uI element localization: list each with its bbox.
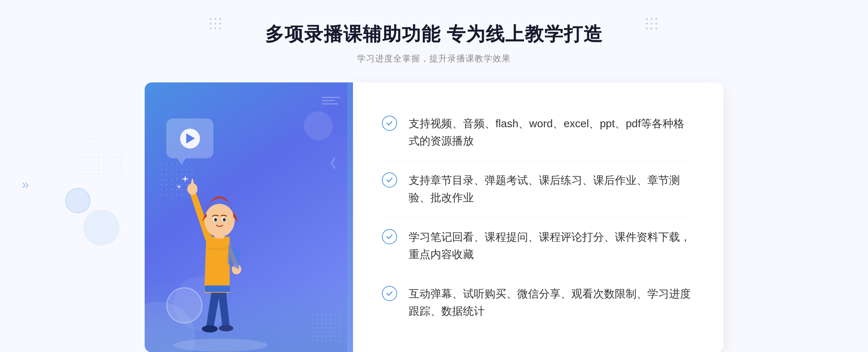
checkmark-svg-4 <box>386 289 393 297</box>
check-circle-4 <box>382 286 397 301</box>
grid-dots-right-deco <box>646 18 658 30</box>
check-icon-1 <box>382 116 397 131</box>
feature-item-1: 支持视频、音频、flash、word、excel、ppt、pdf等各种格式的资源… <box>382 104 694 161</box>
deco-line-2 <box>322 100 335 101</box>
check-icon-3 <box>382 229 397 244</box>
play-triangle <box>186 133 195 143</box>
ill-bottom-dots <box>311 313 340 342</box>
subtitle: 学习进度全掌握，提升录播课教学效果 <box>265 53 603 64</box>
check-icon-4 <box>382 286 397 301</box>
ill-arrow-deco: 《 <box>323 155 336 172</box>
svg-point-2 <box>219 325 233 331</box>
svg-point-10 <box>214 218 217 222</box>
dot-pattern-top-right <box>745 72 788 116</box>
header-section: 多项录播课辅助功能 专为线上教学打造 学习进度全掌握，提升录播课教学效果 <box>265 22 603 64</box>
page-wrapper: 多项录播课辅助功能 专为线上教学打造 学习进度全掌握，提升录播课教学效果 » 《 <box>0 0 868 352</box>
feature-text-4: 互动弹幕、试听购买、微信分享、观看次数限制、学习进度跟踪、数据统计 <box>409 285 694 320</box>
check-icon-2 <box>382 172 397 188</box>
svg-point-0 <box>174 339 268 352</box>
checkmark-svg-2 <box>386 176 393 184</box>
check-circle-1 <box>382 116 397 131</box>
svg-marker-13 <box>176 184 182 189</box>
svg-point-7 <box>204 204 235 237</box>
content-panel: 支持视频、音频、flash、word、excel、ppt、pdf等各种格式的资源… <box>353 82 723 352</box>
chevron-left-deco: » <box>22 177 29 192</box>
content-area: 《 <box>145 82 723 352</box>
deco-line-1 <box>322 97 340 98</box>
feature-text-3: 学习笔记回看、课程提问、课程评论打分、课件资料下载，重点内容收藏 <box>409 228 694 263</box>
feature-text-1: 支持视频、音频、flash、word、excel、ppt、pdf等各种格式的资源… <box>409 115 694 150</box>
main-title: 多项录播课辅助功能 专为线上教学打造 <box>265 22 603 47</box>
feature-item-2: 支持章节目录、弹题考试、课后练习、课后作业、章节测验、批改作业 <box>382 161 694 218</box>
deco-lines <box>322 97 340 104</box>
deco-circle-left-1 <box>65 188 90 213</box>
feature-text-2: 支持章节目录、弹题考试、课后练习、课后作业、章节测验、批改作业 <box>409 172 694 206</box>
svg-point-11 <box>223 218 226 222</box>
check-circle-3 <box>382 229 397 244</box>
dot-pattern-bottom-left <box>80 137 123 181</box>
checkmark-svg-1 <box>386 119 393 127</box>
blue-accent-strip <box>347 82 353 352</box>
deco-circle-left-2 <box>83 210 119 246</box>
play-icon[interactable] <box>180 129 200 149</box>
svg-point-1 <box>202 325 218 332</box>
illustration-panel: 《 <box>145 82 347 352</box>
feature-item-4: 互动弹幕、试听购买、微信分享、观看次数限制、学习进度跟踪、数据统计 <box>382 274 694 331</box>
deco-line-3 <box>322 103 338 104</box>
grid-dots-left-deco <box>210 18 222 30</box>
ill-circle-3 <box>304 111 333 140</box>
svg-marker-12 <box>182 175 189 183</box>
feature-item-3: 学习笔记回看、课程提问、课程评论打分、课件资料下载，重点内容收藏 <box>382 218 694 274</box>
svg-rect-3 <box>205 286 230 292</box>
check-circle-2 <box>382 172 397 188</box>
checkmark-svg-3 <box>386 233 393 241</box>
person-illustration <box>159 150 282 352</box>
